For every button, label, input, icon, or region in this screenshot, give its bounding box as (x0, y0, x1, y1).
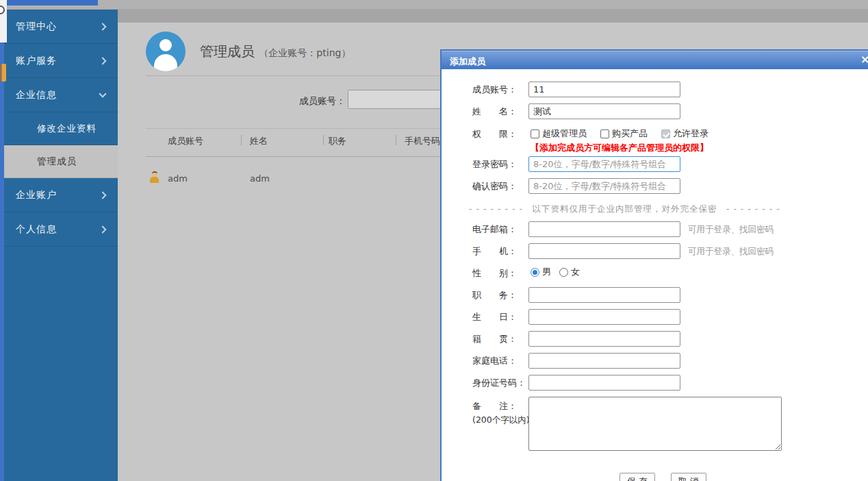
hometown-label: 籍 贯： (472, 333, 537, 345)
mobile-hint: 可用于登录、找回密码 (688, 246, 774, 258)
column-header-job: 职务 (329, 135, 346, 147)
sidebar-item-label: 修改企业资料 (37, 123, 105, 135)
column-header-name: 姓名 (250, 135, 268, 147)
name-label: 姓 名： (472, 106, 537, 118)
super-admin-label: 超级管理员 (542, 127, 587, 140)
member-account-search-label: 成员账号： (299, 95, 346, 108)
sidebar-item-label: 管理中心 (16, 21, 100, 33)
privacy-divider-note: - - - - - - - - 以下资料仅用于企业内部管理，对外完全保密 - -… (469, 204, 780, 215)
dialog-header[interactable]: 添加成员 × (442, 51, 868, 69)
sidebar-item-management-center[interactable]: 管理中心 (4, 10, 118, 44)
sidebar-item-personal-info[interactable]: 个人信息 (4, 212, 118, 247)
job-input[interactable] (528, 287, 680, 303)
corner-fragment (0, 0, 7, 42)
column-header-mobile: 手机号码 (405, 135, 440, 147)
second-gray-band (0, 9, 868, 23)
password-input[interactable] (528, 156, 680, 172)
member-person-icon (149, 171, 159, 184)
checkbox-unchecked-icon[interactable] (531, 130, 539, 138)
sidebar-item-edit-enterprise-profile[interactable]: 修改企业资料 (4, 112, 118, 145)
account-label: 成员账号： (472, 84, 537, 96)
chevron-right-icon (99, 23, 106, 30)
add-member-dialog: 添加成员 × 成员账号： 姓 名： 权 限： 超级管理员 购买产品 允许登录 【… (440, 49, 868, 481)
gender-male-option[interactable]: 男 (531, 266, 551, 278)
member-avatar (146, 32, 186, 71)
permission-options: 超级管理员 购买产品 允许登录 (531, 127, 709, 140)
account-input[interactable] (528, 82, 680, 97)
sidebar-item-label: 企业信息 (16, 89, 100, 101)
remark-label: 备 注： (472, 400, 537, 412)
allow-login-option: 允许登录 (661, 127, 709, 140)
password-label: 登录密码： (472, 158, 537, 171)
row-account-cell: adm (168, 173, 188, 184)
birthday-label: 生 日： (472, 311, 537, 323)
remark-textarea[interactable] (528, 397, 782, 451)
chevron-right-icon (99, 225, 106, 233)
confirm-password-label: 确认密码： (472, 180, 537, 193)
left-edge-artifact (1, 64, 6, 82)
gender-female-label: 女 (571, 266, 580, 278)
column-separator (396, 135, 396, 145)
checkbox-checked-disabled-icon (661, 130, 670, 138)
sidebar: 管理中心 账户服务 企业信息 修改企业资料 管理成员 企业账户 个人信息 (4, 10, 118, 481)
super-admin-option[interactable]: 超级管理员 (531, 127, 587, 140)
partial-circle-icon (0, 5, 5, 14)
page-title: 管理成员 （企业账号：pting） (200, 42, 350, 61)
id-number-label: 身份证号码： (472, 377, 537, 389)
mobile-input[interactable] (528, 243, 680, 259)
sidebar-item-label: 企业账户 (16, 189, 100, 201)
chevron-down-icon (99, 90, 106, 97)
table-row[interactable]: adm adm (146, 167, 440, 189)
browser-tab-fragment (7, 0, 98, 5)
column-separator (323, 135, 324, 145)
column-header-account: 成员账号 (168, 135, 203, 147)
job-label: 职 务： (472, 289, 537, 301)
email-label: 电子邮箱： (472, 223, 537, 236)
mobile-label: 手 机： (472, 245, 537, 258)
dialog-body: 成员账号： 姓 名： 权 限： 超级管理员 购买产品 允许登录 【添加完成员方可… (442, 69, 868, 481)
gender-male-label: 男 (542, 266, 551, 278)
gender-label: 性 别： (472, 267, 537, 280)
enterprise-account-subtitle: （企业账号：pting） (259, 47, 350, 58)
chevron-right-icon (99, 191, 106, 199)
checkbox-unchecked-icon[interactable] (600, 130, 609, 138)
email-input[interactable] (528, 221, 680, 237)
sidebar-item-manage-members[interactable]: 管理成员 (4, 145, 118, 178)
cancel-button[interactable]: 取消 (671, 473, 706, 481)
permission-label: 权 限： (472, 128, 537, 140)
name-input[interactable] (528, 103, 680, 119)
top-gray-band (0, 0, 868, 9)
chevron-right-icon (99, 57, 106, 64)
column-separator (241, 135, 242, 145)
dialog-title: 添加成员 (450, 56, 485, 68)
purchase-product-label: 购买产品 (612, 127, 648, 140)
gender-female-option[interactable]: 女 (559, 266, 580, 278)
id-number-input[interactable] (528, 375, 680, 391)
sidebar-item-label: 账户服务 (16, 55, 100, 67)
sidebar-item-label: 个人信息 (16, 223, 100, 236)
sidebar-item-account-services[interactable]: 账户服务 (4, 44, 118, 78)
radio-checked-icon[interactable] (531, 268, 539, 277)
gender-options: 男 女 (531, 266, 580, 278)
permission-warning-note: 【添加完成员方可编辑各产品管理员的权限】 (531, 142, 709, 154)
email-hint: 可用于登录、找回密码 (688, 224, 774, 236)
hometown-input[interactable] (528, 331, 680, 347)
purchase-product-option[interactable]: 购买产品 (600, 127, 648, 140)
allow-login-label: 允许登录 (673, 127, 709, 140)
home-phone-input[interactable] (528, 353, 680, 369)
remark-sublabel: (200个字以内) (472, 415, 530, 426)
row-name-cell: adm (250, 173, 270, 184)
save-button[interactable]: 保存 (620, 473, 655, 481)
sidebar-item-enterprise-account[interactable]: 企业账户 (4, 178, 118, 212)
birthday-input[interactable] (528, 309, 680, 325)
confirm-password-input[interactable] (528, 178, 680, 194)
sidebar-item-label: 管理成员 (37, 156, 105, 168)
home-phone-label: 家庭电话： (472, 355, 537, 367)
sidebar-item-enterprise-info[interactable]: 企业信息 (4, 78, 118, 112)
avatar-person-icon (159, 39, 172, 51)
close-icon[interactable]: × (860, 54, 868, 65)
left-edge-strip (0, 42, 4, 481)
radio-unchecked-icon[interactable] (559, 268, 568, 277)
